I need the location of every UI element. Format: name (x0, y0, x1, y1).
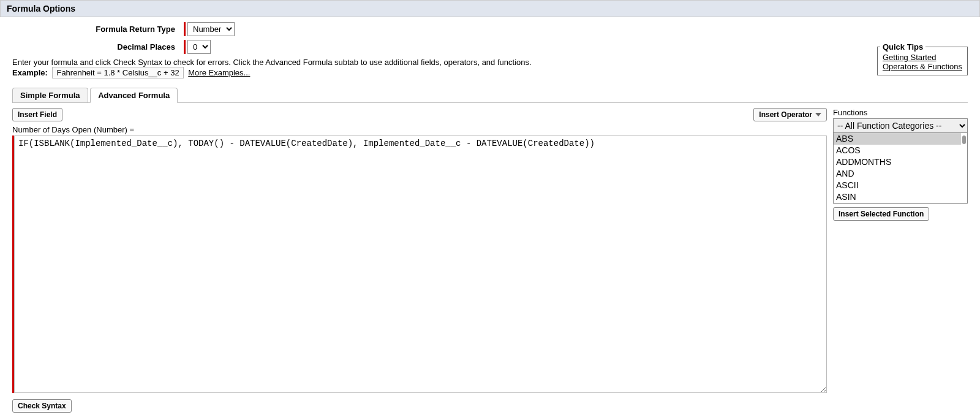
required-indicator (184, 22, 186, 36)
insert-field-label: Insert Field (18, 110, 57, 119)
decimal-places-select[interactable]: 0 (187, 40, 211, 54)
insert-selected-function-button[interactable]: Insert Selected Function (833, 207, 929, 221)
decimal-places-label: Decimal Places (12, 42, 184, 52)
insert-operator-label: Insert Operator (759, 110, 812, 119)
quick-tips-legend: Quick Tips (880, 42, 925, 52)
editor-left: Insert Field Insert Operator Number of D… (12, 108, 827, 413)
function-item-abs[interactable]: ABS (834, 133, 961, 145)
decimal-places-control: 0 (184, 40, 211, 54)
insert-field-button[interactable]: Insert Field (12, 108, 62, 121)
formula-textarea[interactable] (14, 136, 827, 393)
example-pill: Fahrenheit = 1.8 * Celsius__c + 32 (52, 67, 183, 78)
return-type-label: Formula Return Type (12, 25, 184, 34)
formula-wrap (12, 136, 827, 393)
functions-label: Functions (833, 108, 968, 117)
scrollbar-thumb[interactable] (962, 136, 966, 144)
section-title: Formula Options (7, 4, 75, 13)
quick-tips-operators-functions-link[interactable]: Operators & Functions (883, 62, 962, 71)
function-item-asin[interactable]: ASIN (834, 191, 961, 203)
check-syntax-button[interactable]: Check Syntax (12, 399, 72, 413)
quick-tips-getting-started-link[interactable]: Getting Started (883, 53, 962, 62)
tab-simple-formula[interactable]: Simple Formula (12, 88, 88, 102)
content-area: Formula Return Type Number Decimal Place… (0, 17, 980, 419)
functions-panel: Functions -- All Function Categories -- … (833, 108, 968, 221)
decimal-places-row: Decimal Places 0 (12, 40, 968, 54)
tab-advanced-formula[interactable]: Advanced Formula (90, 88, 178, 103)
formula-field-label: Number of Days Open (Number) = (12, 125, 827, 134)
quick-tips-box: Quick Tips Getting Started Operators & F… (877, 47, 968, 75)
function-item-acos[interactable]: ACOS (834, 145, 961, 156)
required-indicator (184, 40, 186, 54)
example-label: Example: (12, 68, 48, 77)
instruction-text: Enter your formula and click Check Synta… (12, 58, 532, 67)
function-item-ascii[interactable]: ASCII (834, 180, 961, 191)
function-item-addmonths[interactable]: ADDMONTHS (834, 156, 961, 168)
function-category-select[interactable]: -- All Function Categories -- (833, 118, 968, 133)
instructions: Enter your formula and click Check Synta… (12, 58, 968, 78)
return-type-control: Number (184, 22, 235, 36)
return-type-row: Formula Return Type Number (12, 22, 968, 36)
formula-tabs: Simple Formula Advanced Formula (12, 87, 968, 102)
insert-operator-button[interactable]: Insert Operator (753, 108, 827, 121)
editor-toolbar: Insert Field Insert Operator (12, 108, 827, 121)
return-type-select[interactable]: Number (187, 22, 235, 36)
function-item-and[interactable]: AND (834, 168, 961, 180)
chevron-down-icon (815, 113, 821, 116)
section-header: Formula Options (0, 0, 980, 17)
editor-row: Insert Field Insert Operator Number of D… (12, 108, 968, 413)
more-examples-link[interactable]: More Examples... (188, 68, 250, 77)
function-list[interactable]: ABS ACOS ADDMONTHS AND ASCII ASIN (833, 133, 968, 204)
